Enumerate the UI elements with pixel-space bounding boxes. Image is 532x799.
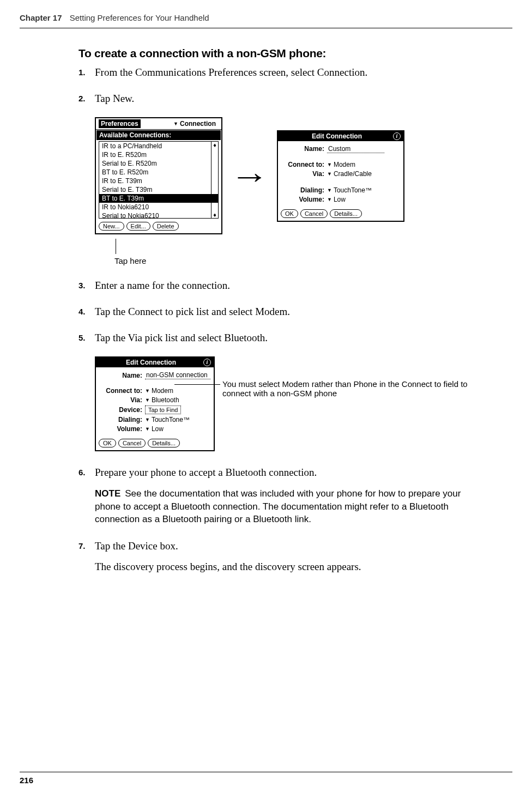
scroll-down-icon[interactable]: ♦ — [211, 211, 218, 218]
list-item[interactable]: IR to a PC/Handheld — [99, 142, 218, 150]
callout-line — [116, 239, 116, 254]
via-label: Via: — [99, 396, 145, 404]
step-2: 2. Tap New. — [78, 92, 487, 106]
step-1: 1. From the Communications Preferences s… — [78, 65, 487, 80]
details-button[interactable]: Details... — [330, 209, 362, 218]
figure-row-1: Preferences ▼Connection Available Connec… — [95, 117, 487, 234]
step-number: 2. — [78, 92, 95, 106]
page-number: 216 — [0, 776, 532, 785]
connect-to-label: Connect to: — [99, 387, 145, 395]
dropdown-icon: ▼ — [327, 197, 332, 202]
tap-here-callout: Tap here — [114, 239, 487, 265]
dialing-picker[interactable]: ▼TouchTone™ — [327, 186, 372, 194]
info-icon[interactable]: i — [393, 132, 401, 140]
step-number: 5. — [78, 331, 95, 345]
footer-rule — [20, 772, 512, 772]
step-text: Prepare your phone to accept a Bluetooth… — [95, 465, 487, 526]
step-number: 7. — [78, 539, 95, 573]
ok-button[interactable]: OK — [99, 439, 116, 447]
volume-picker[interactable]: ▼Low — [327, 196, 346, 203]
step-text: Tap the Connect to pick list and select … — [95, 305, 487, 319]
section-heading: To create a connection with a non-GSM ph… — [78, 47, 487, 60]
dropdown-icon: ▼ — [145, 426, 150, 432]
dropdown-icon: ▼ — [173, 121, 178, 126]
list-item[interactable]: Serial to E. R520m — [99, 159, 218, 168]
step-text: Tap New. — [95, 92, 487, 106]
callout-line — [174, 384, 220, 385]
step-7: 7. Tap the Device box. The discovery pro… — [78, 539, 487, 573]
via-picker[interactable]: ▼Cradle/Cable — [327, 170, 372, 178]
step-3: 3. Enter a name for the connection. — [78, 279, 487, 293]
note-block: NOTESee the documentation that was inclu… — [95, 487, 487, 526]
dropdown-icon: ▼ — [145, 388, 150, 394]
name-input[interactable]: non-GSM connection — [145, 371, 210, 379]
page-header: Chapter 17 Setting Preferences for Your … — [0, 0, 532, 28]
edit-button[interactable]: Edit... — [126, 222, 150, 231]
delete-button[interactable]: Delete — [153, 222, 179, 231]
dropdown-icon: ▼ — [327, 171, 332, 177]
list-item[interactable]: Serial to E. T39m — [99, 185, 218, 194]
step-6: 6. Prepare your phone to accept a Blueto… — [78, 465, 487, 526]
preferences-title: Preferences — [99, 119, 141, 128]
connect-to-label: Connect to: — [281, 161, 327, 168]
connections-list[interactable]: IR to a PC/Handheld IR to E. R520m Seria… — [99, 141, 219, 219]
name-input[interactable]: Custom — [327, 145, 384, 153]
via-label: Via: — [281, 170, 327, 178]
step-4: 4. Tap the Connect to pick list and sele… — [78, 305, 487, 319]
list-item[interactable]: IR to Nokia6210 — [99, 203, 218, 211]
note-label: NOTE — [95, 488, 120, 499]
dropdown-icon: ▼ — [327, 187, 332, 193]
info-icon[interactable]: i — [203, 359, 211, 366]
cancel-button[interactable]: Cancel — [300, 209, 328, 218]
chapter-label: Chapter 17 — [20, 13, 62, 22]
scroll-up-icon[interactable]: ♦ — [211, 142, 218, 148]
chapter-title: Setting Preferences for Your Handheld — [70, 13, 209, 22]
list-item[interactable]: Serial to Nokia6210 — [99, 211, 218, 220]
dialing-label: Dialing: — [99, 416, 145, 423]
modem-callout: You must select Modem rather than Phone … — [222, 379, 487, 398]
step-number: 4. — [78, 305, 95, 319]
step-number: 3. — [78, 279, 95, 293]
step-text: Tap the Via pick list and select Bluetoo… — [95, 331, 487, 345]
note-text: See the documentation that was included … — [95, 488, 461, 525]
volume-label: Volume: — [281, 196, 327, 203]
list-item-selected[interactable]: BT to E. T39m — [99, 194, 218, 203]
name-label: Name: — [281, 145, 327, 153]
ok-button[interactable]: OK — [281, 209, 298, 218]
dropdown-icon: ▼ — [145, 397, 150, 403]
step-text: Enter a name for the connection. — [95, 279, 487, 293]
connect-to-picker[interactable]: ▼Modem — [145, 387, 173, 395]
list-item[interactable]: IR to E. R520m — [99, 150, 218, 159]
available-connections-label: Available Connections: — [96, 130, 221, 140]
new-button[interactable]: New... — [99, 222, 124, 231]
step-sub-text: The discovery process begins, and the di… — [95, 560, 487, 574]
dropdown-icon: ▼ — [327, 162, 332, 167]
volume-label: Volume: — [99, 425, 145, 433]
preferences-screen: Preferences ▼Connection Available Connec… — [95, 117, 222, 234]
details-button[interactable]: Details... — [148, 439, 180, 447]
edit-connection-screen-2: Edit Connection i Name: non-GSM connecti… — [95, 356, 215, 451]
step-text: Tap the Device box. The discovery proces… — [95, 539, 487, 573]
connect-to-picker[interactable]: ▼Modem — [327, 161, 355, 168]
via-picker[interactable]: ▼Bluetooth — [145, 396, 179, 404]
figure-row-2: Edit Connection i Name: non-GSM connecti… — [95, 356, 487, 451]
dropdown-icon: ▼ — [145, 417, 150, 422]
device-box[interactable]: Tap to Find — [145, 405, 181, 414]
category-picker[interactable]: ▼Connection — [171, 119, 219, 128]
dialing-picker[interactable]: ▼TouchTone™ — [145, 416, 190, 423]
cancel-button[interactable]: Cancel — [118, 439, 146, 447]
dialing-label: Dialing: — [281, 186, 327, 194]
page-footer: 216 — [0, 772, 532, 785]
list-item[interactable]: BT to E. R520m — [99, 168, 218, 177]
name-label: Name: — [99, 372, 145, 379]
edit-connection-title: Edit Connection — [281, 132, 393, 140]
step-number: 1. — [78, 65, 95, 80]
list-item[interactable]: IR to E. T39m — [99, 177, 218, 185]
device-label: Device: — [99, 406, 145, 414]
volume-picker[interactable]: ▼Low — [145, 425, 164, 433]
step-number: 6. — [78, 465, 95, 526]
step-text: From the Communications Preferences scre… — [95, 65, 487, 80]
scrollbar[interactable]: ♦♦ — [211, 142, 218, 218]
arrow-icon: → — [230, 160, 269, 192]
edit-connection-title: Edit Connection — [99, 359, 203, 366]
